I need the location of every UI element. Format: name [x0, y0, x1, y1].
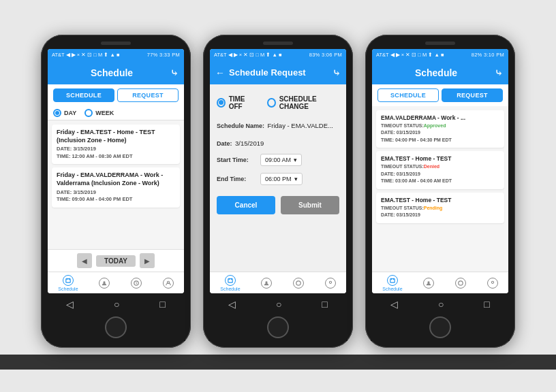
- sched-card-1-time: TIME: 09:00 AM - 04:00 PM EDT: [57, 196, 175, 203]
- sched-card-1-title: Friday - EMA.VALDERRAMA - Work - Valderr…: [57, 172, 175, 187]
- tab-schedule-1[interactable]: SCHEDULE: [53, 88, 114, 102]
- radio-time-off[interactable]: TIME OFF: [217, 95, 256, 110]
- radio-week[interactable]: WEEK: [84, 109, 114, 117]
- phone-3-status-left: AT&T ◀ ▶ × ✕ ⊡ □ M ⬆ ▲ ■: [376, 52, 444, 58]
- phone-2-speaker: [263, 42, 293, 45]
- start-time-chevron: ▾: [294, 157, 297, 163]
- req-card-2-status: TIMEOUT STATUS:Pending: [381, 205, 499, 212]
- today-button[interactable]: TODAY: [96, 255, 136, 267]
- radio-time-off-inner: [219, 100, 223, 105]
- bottom-icon-schedule-2[interactable]: Schedule: [220, 275, 240, 291]
- bottom-icon-schedule-3[interactable]: Schedule: [382, 275, 402, 291]
- phone-3-export-icon[interactable]: ⤷: [495, 67, 503, 78]
- schedule-name-field: Schedule Name: Friday - EMA.VALDE...: [217, 118, 339, 131]
- req-card-0-date: DATE: 03/15/2019: [381, 129, 499, 137]
- start-time-select[interactable]: 09:00 AM ▾: [260, 154, 302, 166]
- radio-row: TIME OFF SCHEDULE CHANGE: [217, 91, 339, 113]
- tab-request-3[interactable]: REQUEST: [442, 88, 503, 102]
- bottom-icon-schedule-1[interactable]: Schedule: [58, 275, 78, 291]
- phone-2-screen: AT&T ◀ ▶ × ✕ ⊡ □ M ⬆ ▲ ■ 83% 3:06 PM ← S…: [210, 49, 346, 293]
- bottom-icon-3-2[interactable]: [293, 278, 304, 289]
- req-card-0[interactable]: EMA.VALDERRAMA - Work - ... TIMEOUT STAT…: [376, 110, 504, 148]
- phone-1-home-btn-area: [46, 312, 185, 341]
- schedule-icon-2: [225, 275, 236, 286]
- bottom-icon-2-3[interactable]: [423, 278, 434, 289]
- req-card-1[interactable]: EMA.TEST - Home - TEST TIMEOUT STATUS:De…: [376, 151, 504, 189]
- bottom-icon-3-1[interactable]: [131, 278, 142, 289]
- svg-point-3: [104, 281, 106, 283]
- nav-home-1[interactable]: ○: [114, 299, 119, 310]
- radio-week-label: WEEK: [95, 110, 114, 116]
- tab-schedule-3[interactable]: SCHEDULE: [377, 88, 439, 102]
- bottom-icon-4-2[interactable]: [325, 278, 336, 289]
- nav-back-3[interactable]: ◁: [390, 299, 398, 310]
- bottom-icon-2-1[interactable]: [99, 278, 110, 289]
- cancel-button[interactable]: Cancel: [217, 196, 275, 214]
- nav-square-3[interactable]: □: [484, 299, 489, 310]
- phone-1-status-bar: AT&T ◀ ▶ × ✕ ⊡ □ M ⬆ ▲ ■ 77% 3:33 PM: [48, 49, 184, 61]
- nav-back-1[interactable]: ◁: [66, 299, 74, 310]
- prev-arrow[interactable]: ◀: [77, 253, 92, 268]
- req-card-1-status-label: TIMEOUT STATUS:: [381, 164, 424, 169]
- bottom-icon-2-2[interactable]: [261, 278, 272, 289]
- nav-square-2[interactable]: □: [322, 299, 327, 310]
- end-time-row: End Time: 06:00 PM ▾: [217, 173, 339, 185]
- phone-2: AT&T ◀ ▶ × ✕ ⊡ □ M ⬆ ▲ ■ 83% 3:06 PM ← S…: [203, 35, 353, 348]
- next-arrow[interactable]: ▶: [140, 253, 155, 268]
- sched-card-0[interactable]: Friday - EMA.TEST - Home - TEST (Inclusi…: [52, 125, 180, 164]
- radio-day-label: DAY: [64, 110, 76, 116]
- start-time-row: Start Time: 09:00 AM ▾: [217, 154, 339, 166]
- radio-schedule-change-outer: [267, 98, 276, 108]
- nav-square-1[interactable]: □: [159, 299, 165, 310]
- bottom-label-schedule-1: Schedule: [58, 287, 78, 291]
- end-time-chevron: ▾: [294, 176, 298, 182]
- phone-1-nav-bar: ◁ ○ □: [46, 293, 185, 312]
- svg-point-18: [459, 280, 463, 284]
- phone-2-req-body: TIME OFF SCHEDULE CHANGE Schedule Name: …: [210, 84, 346, 272]
- status-right: 77% 3:33 PM: [147, 52, 180, 58]
- person-icon-3: [423, 278, 434, 289]
- back-icon-2[interactable]: ←: [215, 67, 225, 78]
- req-card-2-status-label: TIMEOUT STATUS:: [381, 206, 424, 210]
- phone-2-status-right: 83% 3:06 PM: [309, 52, 342, 58]
- date-field: Date: 3/15/2019: [217, 136, 339, 148]
- bottom-icon-4-1[interactable]: [163, 278, 174, 289]
- nav-home-2[interactable]: ○: [276, 299, 281, 310]
- radio-schedule-change[interactable]: SCHEDULE CHANGE: [267, 95, 339, 110]
- end-time-select[interactable]: 06:00 PM ▾: [260, 173, 303, 185]
- req-card-2[interactable]: EMA.TEST - Home - TEST TIMEOUT STATUS:Pe…: [376, 193, 504, 223]
- phone-1: AT&T ◀ ▶ × ✕ ⊡ □ M ⬆ ▲ ■ 77% 3:33 PM Sch…: [41, 35, 191, 348]
- tab-request-1[interactable]: REQUEST: [117, 88, 179, 102]
- sched-card-0-title: Friday - EMA.TEST - Home - TEST (Inclusi…: [57, 129, 175, 144]
- start-time-label: Start Time:: [217, 157, 255, 163]
- nav-home-3[interactable]: ○: [438, 299, 444, 310]
- phone-3-req-list: EMA.VALDERRAMA - Work - ... TIMEOUT STAT…: [372, 106, 508, 272]
- phone-1-export-icon[interactable]: ⤷: [170, 67, 179, 78]
- phone-2-header-title: Schedule Request: [229, 67, 306, 78]
- nav-back-2[interactable]: ◁: [228, 299, 236, 310]
- req-card-0-status-label: TIMEOUT STATUS:: [381, 123, 424, 128]
- person-icon-2: [261, 278, 272, 289]
- person-icon-1: [99, 278, 110, 289]
- sched-card-1[interactable]: Friday - EMA.VALDERRAMA - Work - Valderr…: [52, 167, 180, 207]
- phone-3-home-circle[interactable]: [429, 316, 451, 338]
- radio-day-dot: [53, 109, 61, 117]
- bottom-label-schedule-2: Schedule: [220, 287, 240, 291]
- export-icon-2[interactable]: ⤷: [333, 67, 341, 78]
- schedule-name-label: Schedule Name:: [217, 122, 264, 129]
- schedule-name-value: Friday - EMA.VALDE...: [267, 122, 333, 129]
- phone-2-home-circle[interactable]: [267, 316, 289, 338]
- phone-2-nav-bar: ◁ ○ □: [208, 293, 348, 312]
- phone-2-header: ← Schedule Request ⤷: [210, 61, 346, 84]
- bottom-icon-4-3[interactable]: [487, 278, 498, 289]
- clock-icon-1: [131, 278, 142, 289]
- svg-point-19: [491, 281, 493, 283]
- submit-button[interactable]: Submit: [281, 196, 339, 214]
- phone-3-status-bar: AT&T ◀ ▶ × ✕ ⊡ □ M ⬆ ▲ ■ 82% 3:10 PM: [372, 49, 508, 61]
- req-card-1-status: TIMEOUT STATUS:Denied: [381, 163, 499, 171]
- bottom-icon-3-3[interactable]: [455, 278, 466, 289]
- radio-day[interactable]: DAY: [53, 109, 76, 117]
- phone-1-home-circle[interactable]: [105, 316, 127, 338]
- phone-2-home-btn-area: [208, 312, 348, 341]
- svg-point-12: [296, 280, 300, 284]
